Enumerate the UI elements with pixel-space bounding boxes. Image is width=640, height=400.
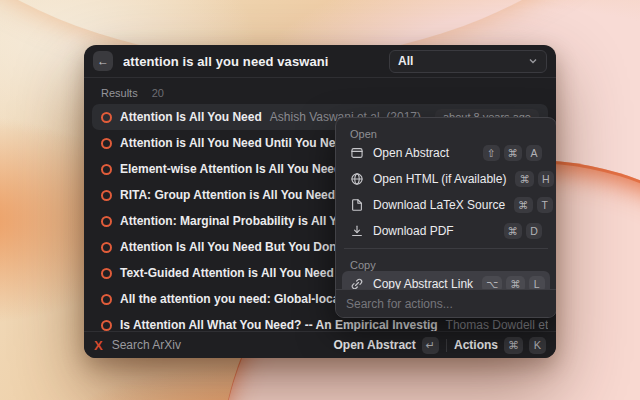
menu-item-label: Open HTML (if Available)	[373, 172, 506, 186]
results-count: 20	[152, 87, 164, 99]
command-key-icon: ⌘	[506, 276, 525, 289]
actions-search-input[interactable]	[346, 297, 546, 311]
menu-item-label: Download LaTeX Source	[373, 198, 505, 212]
l-key-icon: L	[529, 276, 545, 289]
actions-search-bar	[336, 289, 556, 317]
actions-context-menu: Open Open Abstract ⇧ ⌘ A Open HTML (if A…	[335, 117, 556, 318]
menu-item-open-abstract[interactable]: Open Abstract ⇧ ⌘ A	[342, 140, 550, 166]
result-title: Element-wise Attention Is All You Need	[120, 162, 341, 176]
status-bar: X Search ArXiv Open Abstract ↵ Actions ⌘…	[84, 331, 556, 358]
globe-icon	[350, 172, 364, 186]
primary-action-button[interactable]: Open Abstract ↵	[334, 337, 439, 354]
arxiv-logo-icon: X	[94, 338, 103, 353]
result-title: Attention Is All You Need	[120, 110, 262, 124]
arxiv-ring-icon	[101, 320, 112, 331]
command-key-icon: ⌘	[514, 197, 533, 213]
document-icon	[350, 198, 364, 212]
arxiv-ring-icon	[101, 268, 112, 279]
command-key-icon: ⌘	[504, 145, 523, 161]
command-key-icon: ⌘	[515, 171, 534, 187]
primary-action-label: Open Abstract	[334, 338, 416, 352]
arxiv-ring-icon	[101, 294, 112, 305]
shift-key-icon: ⇧	[483, 145, 500, 161]
arxiv-ring-icon	[101, 138, 112, 149]
menu-item-label: Copy Abstract Link	[373, 277, 473, 289]
command-key-icon: ⌘	[504, 337, 523, 354]
footer-divider	[446, 339, 447, 352]
menu-item-download-pdf[interactable]: Download PDF ⌘ D	[342, 218, 550, 244]
arxiv-ring-icon	[101, 242, 112, 253]
browser-window-icon	[350, 146, 364, 160]
result-title: Is Attention All What You Need? -- An Em…	[120, 318, 438, 332]
back-button[interactable]: ←	[93, 51, 113, 71]
shortcut-keys: ⌘ D	[504, 223, 543, 239]
menu-divider	[344, 248, 548, 249]
arxiv-ring-icon	[101, 164, 112, 175]
link-icon	[350, 277, 364, 289]
chevron-down-icon	[528, 56, 538, 66]
actions-menu-button[interactable]: Actions ⌘ K	[454, 337, 546, 354]
t-key-icon: T	[537, 197, 553, 213]
results-label: Results	[101, 87, 138, 99]
d-key-icon: D	[526, 223, 542, 239]
menu-item-copy-abstract-link[interactable]: Copy Abstract Link ⌥ ⌘ L	[342, 271, 550, 289]
actions-menu-list: Open Open Abstract ⇧ ⌘ A Open HTML (if A…	[336, 118, 556, 289]
desktop-background: ← attention is all you need vaswani All …	[0, 0, 640, 400]
menu-item-label: Download PDF	[373, 224, 454, 238]
command-key-icon: ⌘	[504, 223, 523, 239]
shortcut-keys: ⇧ ⌘ A	[483, 145, 542, 161]
raycast-window: ← attention is all you need vaswani All …	[84, 45, 556, 358]
results-section-header: Results20	[84, 78, 556, 102]
a-key-icon: A	[526, 145, 542, 161]
arxiv-ring-icon	[101, 216, 112, 227]
menu-item-download-latex[interactable]: Download LaTeX Source ⌘ T	[342, 192, 550, 218]
arxiv-ring-icon	[101, 112, 112, 123]
menu-item-label: Open Abstract	[373, 146, 449, 160]
dropdown-value: All	[398, 54, 413, 68]
k-key-icon: K	[529, 337, 546, 354]
actions-label: Actions	[454, 338, 498, 352]
menu-section-copy: Copy	[342, 253, 550, 271]
shortcut-keys: ⌥ ⌘ L	[482, 276, 545, 289]
menu-item-open-html[interactable]: Open HTML (if Available) ⌘ H	[342, 166, 550, 192]
command-name: Search ArXiv	[112, 338, 181, 352]
search-query[interactable]: attention is all you need vaswani	[123, 54, 379, 69]
shortcut-keys: ⌘ H	[515, 171, 554, 187]
result-authors: Thomas Dowdell et al. (2019)	[446, 318, 548, 332]
shortcut-keys: ⌘ T	[514, 197, 553, 213]
arxiv-ring-icon	[101, 190, 112, 201]
download-icon	[350, 224, 364, 238]
return-key-icon: ↵	[422, 337, 439, 354]
status-bar-actions: Open Abstract ↵ Actions ⌘ K	[334, 337, 546, 354]
back-arrow-icon: ←	[97, 51, 109, 71]
h-key-icon: H	[538, 171, 554, 187]
search-header: ← attention is all you need vaswani All	[84, 45, 556, 78]
filter-dropdown[interactable]: All	[389, 50, 547, 73]
menu-section-open: Open	[342, 122, 550, 140]
option-key-icon: ⌥	[482, 276, 502, 289]
